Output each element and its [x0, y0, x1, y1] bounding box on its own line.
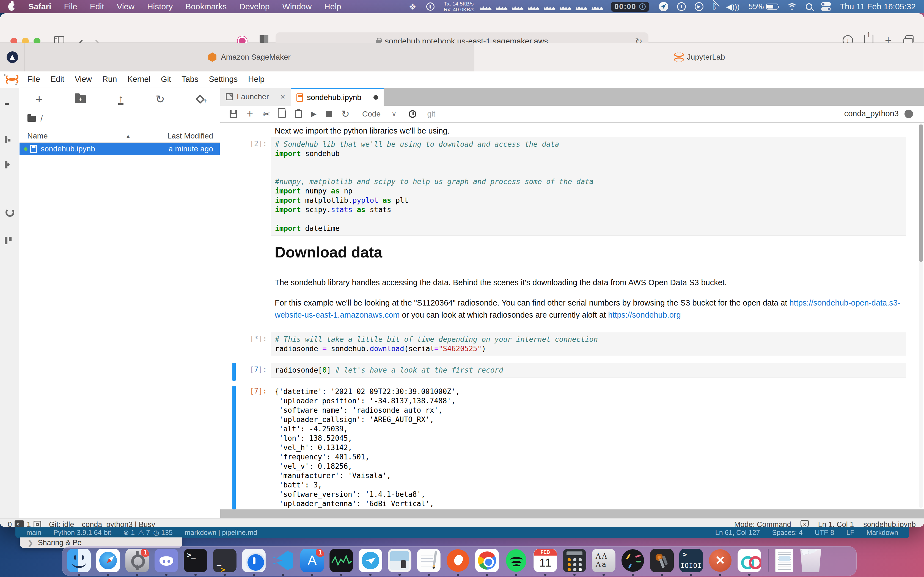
- add-cell-button[interactable]: +: [247, 108, 253, 120]
- cell-collapser-output[interactable]: [233, 386, 236, 509]
- vs-position[interactable]: Ln 61, Col 127: [715, 529, 760, 537]
- column-last-modified[interactable]: Last Modified: [167, 132, 213, 140]
- breadcrumb[interactable]: /: [27, 114, 43, 123]
- play-status-icon[interactable]: ▶: [695, 2, 703, 11]
- minimized-document-icon[interactable]: [775, 549, 793, 572]
- menu-help[interactable]: Help: [318, 0, 347, 13]
- keychain-access-icon[interactable]: [650, 549, 674, 572]
- control-center-icon[interactable]: [821, 2, 831, 11]
- discord-icon[interactable]: [155, 549, 178, 572]
- restart-kernel-button[interactable]: ↻: [341, 108, 349, 120]
- run-cell-button[interactable]: ▶: [311, 110, 317, 118]
- markdown-paragraph-2[interactable]: For this example we'll be looking at the…: [275, 297, 907, 321]
- running-kernels-icon[interactable]: [5, 137, 7, 142]
- spotify-icon[interactable]: [504, 549, 528, 572]
- menu-edit[interactable]: Edit: [84, 0, 111, 13]
- loop-app-icon[interactable]: [738, 549, 761, 572]
- open-tabs-icon[interactable]: [5, 238, 7, 243]
- paste-cell-button[interactable]: [295, 110, 302, 118]
- spotlight-icon[interactable]: [806, 3, 813, 10]
- clock-app-icon[interactable]: [621, 549, 645, 572]
- terminal-icon-dock[interactable]: >_: [184, 549, 207, 572]
- warp-terminal-icon[interactable]: >_: [213, 549, 236, 572]
- postman-icon[interactable]: [446, 549, 470, 572]
- kernel-count[interactable]: 1: [27, 521, 31, 527]
- file-mode-info[interactable]: markdown | pipeline.md: [185, 529, 257, 537]
- trash-icon[interactable]: [799, 549, 822, 572]
- calculator-icon[interactable]: [563, 549, 586, 572]
- save-button[interactable]: [229, 110, 237, 118]
- vscode-icon[interactable]: [271, 549, 295, 572]
- tab-launcher[interactable]: Launcher ×: [220, 88, 291, 106]
- jlab-menu-help[interactable]: Help: [243, 75, 270, 84]
- bluetooth-icon[interactable]: ᛒ: [712, 2, 717, 11]
- markdown-intro[interactable]: Next we import the python libraries we'l…: [275, 125, 907, 137]
- stop-kernel-button[interactable]: [326, 111, 332, 117]
- battery-indicator[interactable]: 55%: [748, 2, 778, 11]
- menu-file[interactable]: File: [58, 0, 83, 13]
- volume-icon[interactable]: ◀))): [726, 2, 740, 11]
- photo-viewer-icon[interactable]: [388, 549, 411, 572]
- chrome-icon[interactable]: [475, 549, 499, 572]
- menu-clock[interactable]: Thu 11 Feb 16:05:32: [840, 2, 916, 11]
- menu-develop[interactable]: Develop: [233, 0, 276, 13]
- tab-amazon-sagemaker[interactable]: Amazon SageMaker: [25, 43, 474, 71]
- location-icon[interactable]: [659, 2, 668, 11]
- tab-overview-icon[interactable]: [905, 35, 914, 44]
- vs-eol[interactable]: LF: [846, 529, 854, 537]
- jlab-menu-kernel[interactable]: Kernel: [122, 75, 156, 84]
- onething-icon[interactable]: [677, 2, 686, 11]
- telegram-icon[interactable]: [359, 549, 382, 572]
- trust-shield-icon[interactable]: ×: [801, 520, 809, 527]
- vs-encoding[interactable]: UTF-8: [815, 529, 834, 537]
- wifi-icon[interactable]: [787, 3, 797, 10]
- menu-view[interactable]: View: [110, 0, 141, 13]
- notebook-scrollbar-thumb[interactable]: [919, 124, 923, 262]
- apple-menu-icon[interactable]: [8, 3, 15, 11]
- jlab-menu-edit[interactable]: Edit: [45, 75, 69, 84]
- pinned-tab[interactable]: [0, 43, 25, 71]
- code-cell-first-record[interactable]: radiosonde[0] # let's have a look at the…: [271, 363, 906, 377]
- 1password-dock-icon[interactable]: [242, 549, 266, 572]
- copy-cell-button[interactable]: [279, 110, 286, 118]
- git-clone-button[interactable]: [195, 95, 205, 104]
- git-status[interactable]: Git: idle: [49, 521, 74, 527]
- new-folder-button[interactable]: +: [75, 95, 86, 103]
- mode-indicator[interactable]: Mode: Command: [734, 521, 791, 527]
- menu-history[interactable]: History: [141, 0, 179, 13]
- jlab-menu-git[interactable]: Git: [156, 75, 176, 84]
- git-panel-icon[interactable]: [5, 163, 7, 167]
- app-store-icon[interactable]: 1: [300, 549, 324, 572]
- code-cell-download[interactable]: # This will take a little bit of time de…: [271, 332, 906, 356]
- menu-bookmarks[interactable]: Bookmarks: [179, 0, 233, 13]
- x-arrows-app-icon[interactable]: [708, 549, 732, 572]
- column-name[interactable]: Name: [27, 132, 48, 140]
- serial-terminal-icon[interactable]: >IOIOI: [679, 549, 703, 572]
- textedit-icon[interactable]: [417, 549, 441, 572]
- font-book-icon[interactable]: AA Aa: [592, 549, 615, 572]
- code-cell-imports[interactable]: # Sondehub lib that we'll be using to do…: [271, 137, 906, 236]
- git-branch[interactable]: main: [26, 529, 41, 537]
- vs-language[interactable]: Markdown: [866, 529, 898, 537]
- kernel-name[interactable]: conda_python3: [844, 109, 899, 118]
- jlab-menu-run[interactable]: Run: [97, 75, 122, 84]
- terminal-count[interactable]: 0: [8, 521, 12, 527]
- system-preferences-icon[interactable]: 1: [125, 549, 149, 572]
- jlab-menu-settings[interactable]: Settings: [204, 75, 243, 84]
- jlab-menu-tabs[interactable]: Tabs: [176, 75, 204, 84]
- statusbar-filename[interactable]: sondehub.ipynb: [863, 521, 916, 527]
- jlab-menu-file[interactable]: File: [22, 75, 45, 84]
- markdown-paragraph-1[interactable]: The sondehub library handles accessing t…: [275, 276, 907, 288]
- finder-icon[interactable]: [67, 549, 91, 572]
- vs-spaces[interactable]: Spaces: 4: [772, 529, 803, 537]
- tidal-icon[interactable]: ❖: [409, 2, 416, 11]
- git-toolbar-label[interactable]: git: [427, 110, 436, 118]
- file-row-sondehub[interactable]: sondehub.ipynb a minute ago: [19, 143, 220, 155]
- menu-safari[interactable]: Safari: [22, 0, 58, 13]
- activity-monitor-icon[interactable]: [330, 549, 353, 572]
- timer-widget[interactable]: 00:00: [611, 2, 649, 12]
- menu-window[interactable]: Window: [276, 0, 318, 13]
- calendar-icon[interactable]: FEB11: [533, 549, 557, 572]
- upload-button[interactable]: ↑: [118, 94, 123, 105]
- jlab-menu-view[interactable]: View: [69, 75, 97, 84]
